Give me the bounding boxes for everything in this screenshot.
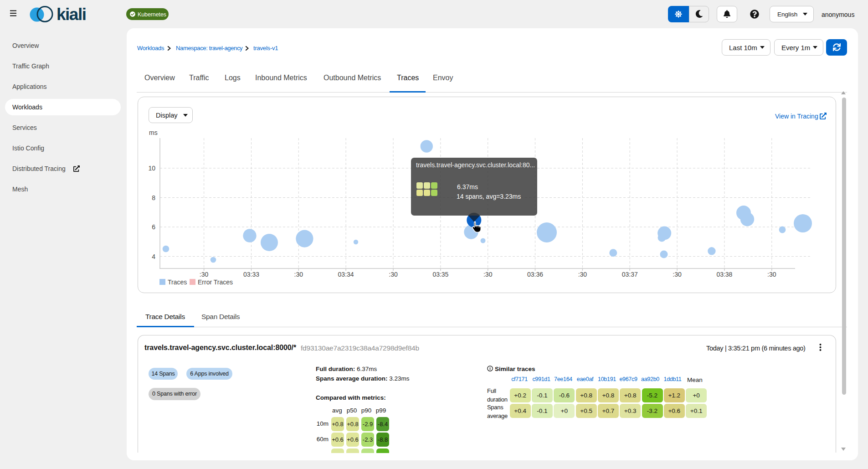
svg-text:8: 8 [152, 194, 155, 201]
svg-text::30: :30 [578, 271, 587, 278]
svg-text::30: :30 [767, 271, 776, 278]
svg-text:03:37: 03:37 [622, 271, 638, 278]
svg-text::30: :30 [389, 271, 398, 278]
svg-text::30: :30 [673, 271, 682, 278]
svg-text:03:36: 03:36 [527, 271, 543, 278]
svg-text::30: :30 [200, 271, 209, 278]
svg-text:03:38: 03:38 [716, 271, 732, 278]
svg-text:kiali: kiali [56, 5, 86, 23]
svg-text:03:34: 03:34 [338, 271, 354, 278]
svg-text:4: 4 [152, 253, 155, 260]
svg-text:6: 6 [152, 223, 155, 231]
svg-text::30: :30 [483, 271, 493, 278]
svg-text:03:33: 03:33 [243, 271, 259, 278]
svg-text:03:35: 03:35 [432, 271, 448, 278]
svg-text::30: :30 [294, 271, 303, 278]
svg-text:10: 10 [148, 165, 155, 172]
